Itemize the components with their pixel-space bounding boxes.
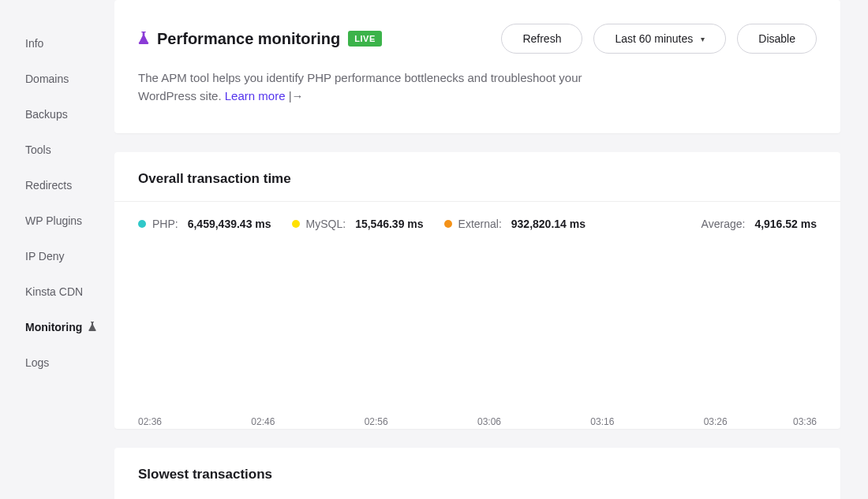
legend-php: PHP: 6,459,439.43 ms — [138, 218, 271, 230]
main-content: Performance monitoring LIVE Refresh Last… — [114, 0, 868, 499]
header-description: The APM tool helps you identify PHP perf… — [114, 60, 619, 133]
chart-legend: PHP: 6,459,439.43 ms MySQL: 15,546.39 ms… — [114, 202, 840, 236]
disable-button[interactable]: Disable — [737, 24, 817, 54]
chart-x-axis: 02:3602:4602:5603:0603:1603:2603:36 — [138, 416, 817, 429]
card-performance-header: Performance monitoring LIVE Refresh Last… — [114, 0, 840, 133]
legend-mysql: MySQL: 15,546.39 ms — [292, 218, 424, 230]
flask-icon — [88, 322, 96, 333]
card-slowest-transactions: Slowest transactions — [114, 448, 840, 499]
sidebar-item-domains[interactable]: Domains — [0, 61, 114, 96]
sidebar-item-wp-plugins[interactable]: WP Plugins — [0, 203, 114, 238]
external-link-icon: |→ — [289, 89, 304, 102]
legend-average: Average: 4,916.52 ms — [702, 218, 817, 230]
card-overall-transaction-time: Overall transaction time PHP: 6,459,439.… — [114, 152, 840, 429]
legend-dot-external — [444, 220, 452, 228]
sidebar-item-redirects[interactable]: Redirects — [0, 167, 114, 203]
live-badge: LIVE — [348, 31, 381, 47]
legend-dot-php — [138, 220, 146, 228]
transaction-time-chart — [114, 240, 817, 411]
sidebar: Info Domains Backups Tools Redirects WP … — [0, 0, 114, 499]
legend-dot-mysql — [292, 220, 300, 228]
legend-external: External: 932,820.14 ms — [444, 218, 586, 230]
sidebar-item-info[interactable]: Info — [0, 25, 114, 61]
flask-icon — [138, 32, 149, 47]
sidebar-item-ip-deny[interactable]: IP Deny — [0, 238, 114, 274]
sidebar-item-monitoring[interactable]: Monitoring — [0, 309, 114, 344]
page-title: Performance monitoring — [157, 30, 340, 48]
section-title-slowest: Slowest transactions — [114, 448, 840, 497]
section-title-transaction-time: Overall transaction time — [114, 152, 840, 201]
time-range-dropdown[interactable]: Last 60 minutes ▾ — [593, 24, 726, 54]
chevron-down-icon: ▾ — [701, 35, 705, 43]
learn-more-link[interactable]: Learn more — [225, 89, 286, 102]
refresh-button[interactable]: Refresh — [501, 24, 582, 54]
sidebar-item-logs[interactable]: Logs — [0, 344, 114, 380]
sidebar-item-tools[interactable]: Tools — [0, 132, 114, 167]
sidebar-item-backups[interactable]: Backups — [0, 96, 114, 132]
sidebar-item-kinsta-cdn[interactable]: Kinsta CDN — [0, 274, 114, 309]
